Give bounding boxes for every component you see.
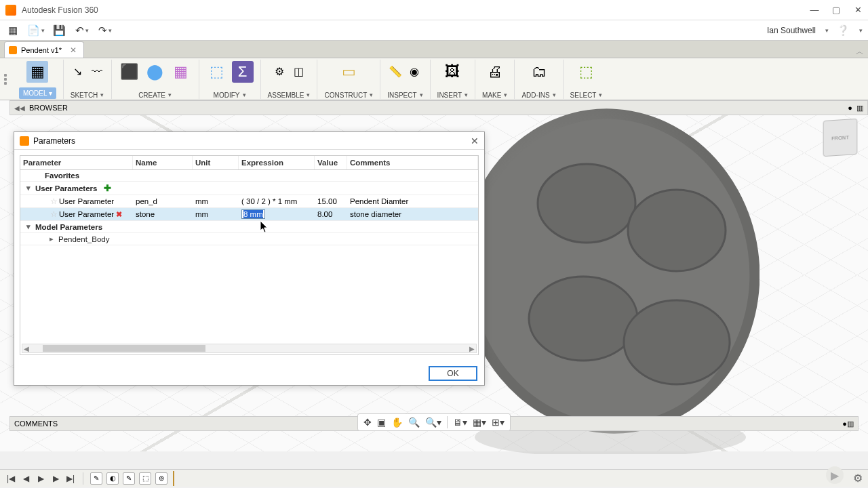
- scrollbar-thumb[interactable]: [43, 345, 205, 352]
- play-overlay-icon[interactable]: ▶: [826, 466, 844, 484]
- dialog-icon: [20, 136, 29, 146]
- workspace-icon[interactable]: ▦: [26, 61, 48, 83]
- user-name[interactable]: Ian Southwell: [767, 26, 816, 35]
- section-favorites[interactable]: Favorites: [20, 170, 478, 182]
- cell-comments[interactable]: Pendent Diamter: [347, 196, 478, 207]
- box-tool-icon[interactable]: ⬛: [119, 61, 140, 83]
- file-menu-button[interactable]: 📄▾: [28, 23, 43, 38]
- undo-button[interactable]: ↶▾: [75, 23, 90, 38]
- table-row[interactable]: ☆User Parameter pen_d mm ( 30 / 2 ) * 1 …: [20, 195, 478, 208]
- favorite-star-icon[interactable]: ☆: [50, 197, 58, 206]
- cylinder-tool-icon[interactable]: ⬤: [144, 61, 166, 83]
- pattern-tool-icon[interactable]: ▦: [170, 61, 192, 83]
- select-icon[interactable]: ⬚: [576, 61, 597, 83]
- section-pendant-body[interactable]: ▸Pendent_Body: [20, 233, 478, 245]
- expand-tabs-chevron[interactable]: ︿: [856, 46, 864, 58]
- grid-settings-icon[interactable]: ▦▾: [473, 417, 486, 428]
- line-tool-icon[interactable]: ↘: [71, 64, 85, 79]
- select-dropdown[interactable]: SELECT▾: [570, 92, 603, 99]
- timeline-play-button[interactable]: ▶: [50, 473, 61, 484]
- addins-dropdown[interactable]: ADD-INS▾: [521, 92, 555, 99]
- add-user-parameter-button[interactable]: ✚: [104, 183, 111, 193]
- timeline-feature-pattern[interactable]: ⊚: [155, 472, 167, 485]
- cell-unit[interactable]: mm: [193, 196, 239, 207]
- as-built-joint-icon[interactable]: ◫: [291, 64, 306, 79]
- insert-dropdown[interactable]: INSERT▾: [437, 92, 469, 99]
- timeline-start-button[interactable]: |◀: [5, 473, 16, 484]
- cell-name[interactable]: pen_d: [133, 196, 193, 207]
- delete-parameter-button[interactable]: ✖: [116, 210, 122, 218]
- comments-pin-icon[interactable]: ▥: [847, 420, 854, 428]
- print-icon[interactable]: 🖨: [484, 61, 506, 83]
- cell-name[interactable]: stone: [133, 209, 193, 220]
- timeline-next-button[interactable]: ▶: [35, 473, 46, 484]
- document-tab[interactable]: Pendent v1* ✕: [4, 41, 84, 58]
- header-comments[interactable]: Comments: [347, 156, 478, 169]
- dialog-close-button[interactable]: ✕: [471, 136, 479, 146]
- cell-expression[interactable]: ( 30 / 2 ) * 1 mm: [239, 196, 315, 207]
- make-dropdown[interactable]: MAKE▾: [482, 92, 507, 99]
- header-expression[interactable]: Expression: [239, 156, 315, 169]
- cell-expression-editing[interactable]: 8 mm: [239, 208, 315, 220]
- modify-dropdown[interactable]: MODIFY▾: [214, 92, 246, 99]
- favorite-star-icon[interactable]: ☆: [50, 209, 58, 219]
- zoom-icon[interactable]: 🔍: [408, 417, 420, 428]
- view-cube[interactable]: FRONT: [823, 119, 858, 157]
- cell-comments[interactable]: stone diameter: [347, 209, 478, 220]
- horizontal-scrollbar[interactable]: ◀ ▶: [22, 344, 477, 353]
- dialog-titlebar[interactable]: Parameters ✕: [14, 132, 484, 150]
- ok-button[interactable]: OK: [429, 366, 477, 381]
- inspect-dropdown[interactable]: INSPECT▾: [387, 92, 422, 99]
- comments-options-icon[interactable]: ●: [842, 420, 847, 428]
- sketch-dropdown[interactable]: SKETCH▾: [71, 92, 104, 99]
- browser-pin-icon[interactable]: ▥: [856, 104, 863, 113]
- viewport-settings-icon[interactable]: ⊞▾: [492, 417, 505, 428]
- header-unit[interactable]: Unit: [193, 156, 239, 169]
- timeline-settings-icon[interactable]: ⚙: [853, 472, 863, 485]
- assemble-dropdown[interactable]: ASSEMBLE▾: [268, 92, 311, 99]
- timeline-feature-revolve[interactable]: ◐: [106, 472, 119, 485]
- quick-access-toolbar: ▦ 📄▾ 💾 ↶▾ ↷▾ Ian Southwell▾ ❔▾: [0, 20, 868, 41]
- timeline-feature-extrude[interactable]: ⬚: [139, 472, 151, 485]
- window-close-button[interactable]: ✕: [853, 5, 863, 15]
- timeline-end-button[interactable]: ▶|: [65, 473, 76, 484]
- pan-icon[interactable]: ✋: [391, 417, 403, 428]
- press-pull-icon[interactable]: ⬚: [206, 61, 228, 83]
- help-button[interactable]: ❔: [837, 24, 850, 37]
- measure-icon[interactable]: 📏: [388, 64, 403, 79]
- save-button[interactable]: 💾: [52, 23, 66, 38]
- orbit-icon[interactable]: ✥: [363, 417, 372, 428]
- header-parameter[interactable]: Parameter: [20, 156, 133, 169]
- close-tab-button[interactable]: ✕: [70, 45, 77, 55]
- header-value[interactable]: Value: [315, 156, 347, 169]
- timeline-marker[interactable]: [173, 471, 174, 486]
- display-settings-icon[interactable]: 🖥▾: [453, 417, 467, 428]
- construct-dropdown[interactable]: CONSTRUCT▾: [324, 92, 373, 99]
- interference-icon[interactable]: ◉: [407, 64, 422, 79]
- section-user-parameters[interactable]: ▾User Parameters ✚: [20, 182, 478, 195]
- cell-unit[interactable]: mm: [193, 209, 239, 220]
- decal-icon[interactable]: 🖼: [441, 61, 463, 83]
- plane-icon[interactable]: ▭: [338, 61, 359, 83]
- grid-menu-button[interactable]: ▦: [5, 23, 20, 38]
- section-model-parameters[interactable]: ▾Model Parameters: [20, 221, 478, 233]
- zoom-window-icon[interactable]: 🔍▾: [425, 417, 441, 428]
- redo-button[interactable]: ↷▾: [98, 23, 113, 38]
- browser-options-icon[interactable]: ●: [848, 104, 852, 112]
- create-dropdown[interactable]: CREATE▾: [138, 92, 172, 99]
- joint-icon[interactable]: ⚙: [272, 64, 287, 79]
- window-maximize-button[interactable]: ▢: [831, 5, 841, 15]
- timeline-feature-sketch2[interactable]: ✎: [123, 472, 135, 485]
- addins-icon[interactable]: 🗂: [528, 61, 550, 83]
- collapse-browser-icon[interactable]: ◀◀: [14, 104, 25, 112]
- spline-tool-icon[interactable]: 〰: [90, 64, 104, 79]
- window-minimize-button[interactable]: —: [810, 5, 819, 15]
- workspace-dropdown[interactable]: MODEL▾: [19, 87, 56, 99]
- svg-point-4: [529, 277, 637, 361]
- table-row[interactable]: ☆User Parameter ✖ stone mm 8 mm 8.00 sto…: [20, 208, 478, 221]
- look-at-icon[interactable]: ▣: [377, 417, 386, 428]
- timeline-feature-sketch[interactable]: ✎: [90, 472, 102, 485]
- timeline-prev-button[interactable]: ◀: [20, 473, 31, 484]
- parameters-icon[interactable]: Σ: [232, 61, 254, 83]
- header-name[interactable]: Name: [133, 156, 193, 169]
